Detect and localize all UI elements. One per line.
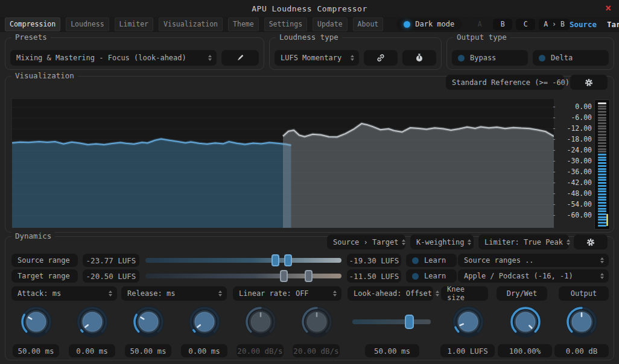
target-range-slider-handle-2[interactable] [305,270,313,282]
source-range-preset-select[interactable]: Source ranges .. [458,254,609,267]
look-ahead-mode-select[interactable]: Look-ahead: Offset [348,286,433,301]
knob-output[interactable] [564,304,599,339]
dark-mode-indicator-icon [404,21,410,28]
target-range-slider[interactable] [145,274,341,278]
tab-visualization[interactable]: Visualization [159,17,223,31]
compare-button-a[interactable]: A [470,19,489,30]
view-selector: SourceTargetOutput [570,20,619,29]
source-range-slider-handle-2[interactable] [284,254,292,266]
view-source[interactable]: Source [570,20,597,29]
reference-select-value: Standard Reference (>= -60) [452,78,570,87]
dynamics-legend: Dynamics [11,231,55,240]
value-output[interactable]: 0.00 dB [554,344,609,357]
meter-segment [598,171,606,172]
attack-mode-select[interactable]: Attack: ms [11,286,117,301]
source-range-row: Source range-23.77 LUFS-19.30 LUFSLearnS… [5,254,614,267]
target-range-slider-handle-1[interactable] [280,270,288,282]
loudness-chart [12,99,554,228]
target-range-learn-toggle[interactable]: Learn [406,269,457,283]
dark-mode-toggle[interactable]: Dark mode [396,18,462,30]
compare-button-c[interactable]: C [516,19,535,30]
target-range-low-value[interactable]: -20.50 LUFS [83,269,139,283]
tab-compression[interactable]: Compression [5,17,60,31]
knee-size-section-label: Knee size [441,286,488,301]
knob-release-a[interactable] [131,304,166,339]
tab-theme[interactable]: Theme [228,17,259,31]
linear-rate-mode-select[interactable]: Linear rate: OFF [233,286,341,301]
bypass-toggle[interactable]: Bypass [452,50,528,66]
dark-mode-label: Dark mode [415,20,454,28]
value-release-a-b[interactable]: 50.00 ms [125,344,171,357]
knob-attack-a[interactable] [19,304,54,339]
value-look-ahead[interactable]: 50.00 ms [365,344,419,357]
value-attack-a[interactable]: 50.00 ms [13,344,59,357]
value-attack-b[interactable]: 0.00 ms [69,344,115,357]
knob-attack-b[interactable] [75,304,110,339]
visualization-legend: Visualization [11,71,78,80]
meter-segment [598,128,606,130]
dynamics-select-k-weighting[interactable]: K-weighting [410,234,474,249]
look-ahead-slider-handle[interactable] [405,315,414,329]
meter-segment [598,162,606,164]
meter-segment [598,199,606,201]
presets-legend: Presets [11,33,51,42]
knob-release-b[interactable] [187,304,222,339]
compare-button-a-b[interactable]: A › B [539,19,570,30]
knob-linear-rate-a [243,304,278,339]
meter-segment [598,154,606,155]
axis-value: -42.00 [556,178,592,187]
knob-knee-size[interactable] [451,304,486,339]
tab-update[interactable]: Update [313,17,348,31]
dynamics-select-limiter-true-peak[interactable]: Limiter: True Peak [478,234,569,249]
look-ahead-slider[interactable] [352,319,431,324]
tab-about[interactable]: About [353,17,384,31]
visualization-settings-button[interactable] [570,75,608,90]
ab-compare-group: ABCA › B [470,19,570,30]
label-text: Look-ahead: Offset [354,289,432,298]
meter-segment [598,177,606,178]
compare-button-b[interactable]: B [493,19,512,30]
tab-loudness[interactable]: Loudness [66,17,109,31]
knob-dry-wet[interactable] [508,304,543,339]
source-range-slider[interactable] [145,258,341,263]
axis-value: -24.00 [556,146,592,154]
edit-preset-button[interactable] [221,50,259,66]
select-arrows-icon [333,290,337,297]
select-arrows-icon [109,290,112,297]
axis-label-row: --6.00 [552,113,592,122]
source-range-low-value[interactable]: -23.77 LUFS [83,254,139,267]
release-mode-select[interactable]: Release: ms [121,286,227,301]
meter-segment [598,219,606,221]
tab-settings[interactable]: Settings [264,17,307,31]
meter-segment [598,168,606,170]
meter-segment [598,193,606,195]
value-knee-size[interactable]: 1.00 LUFS [440,344,495,357]
source-range-slider-handle-1[interactable] [271,254,279,266]
meter-segment [598,216,606,218]
target-range-high-value[interactable]: -11.50 LUFS [347,269,401,283]
reference-select[interactable]: Standard Reference (>= -60) [446,75,564,90]
select-arrows-icon [436,290,439,297]
window-title: APU Loudness Compressor [252,4,367,13]
preset-select[interactable]: Mixing & Mastering - Focus (look-ahead) [10,50,217,66]
meter-segment [598,108,606,110]
view-target[interactable]: Target [607,20,619,29]
delta-toggle[interactable]: Delta [533,50,609,66]
value-dry-wet[interactable]: 100.00% [498,344,552,357]
value-release-b-b[interactable]: 0.00 ms [181,344,227,357]
loudness-type-select[interactable]: LUFS Momentary [275,50,359,66]
delta-indicator-icon [539,55,545,61]
dynamics-select-source-target[interactable]: Source › Target [327,234,405,249]
axis-tick: - [552,135,556,143]
dynamics-settings-button[interactable] [574,234,608,249]
close-button[interactable]: × [602,2,614,14]
select-arrows-icon [567,239,570,245]
source-range-high-value[interactable]: -19.30 LUFS [347,254,401,267]
link-channels-button[interactable] [364,50,398,66]
meter-segment [598,114,606,116]
tab-limiter[interactable]: Limiter [115,17,153,31]
target-range-preset-select[interactable]: Apple / Podcast (-16, -1) [458,269,609,283]
timing-button[interactable] [402,50,436,66]
source-range-learn-toggle[interactable]: Learn [406,254,457,267]
meter-segment [598,142,606,144]
